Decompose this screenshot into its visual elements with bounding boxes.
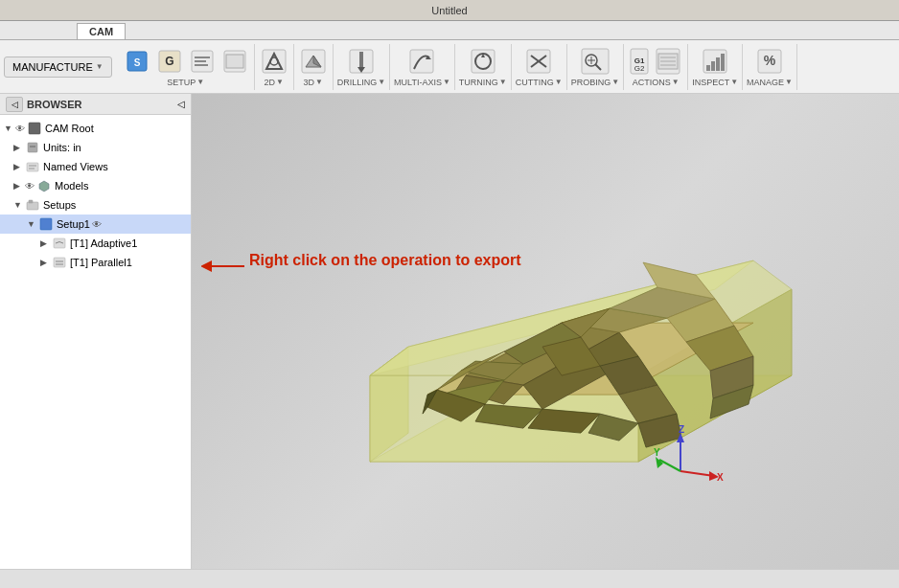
toolbar-section-turning: TURNING ▼ [455,44,512,90]
inspect-icon[interactable] [700,47,730,76]
expand-parallel1[interactable]: ▶ [40,258,52,267]
toolbar-section-drilling: DRILLING ▼ [334,44,390,90]
cutting-label[interactable]: CUTTING ▼ [516,78,563,87]
3d-icon[interactable] [298,47,329,76]
actions-icon-1[interactable]: G1 G2 [628,47,651,76]
tree-item-adaptive1[interactable]: ▶ [T1] Adaptive1 [0,234,191,253]
multiaxis-label[interactable]: MULTI-AXIS ▼ [394,78,450,87]
setup-label[interactable]: SETUP ▼ [167,78,204,87]
svg-marker-94 [656,457,663,468]
expand-setup1[interactable]: ▼ [27,219,38,229]
svg-rect-51 [29,200,33,203]
3d-label[interactable]: 3D ▼ [303,78,322,87]
tree-item-setups[interactable]: ▼ Setups [0,195,191,215]
turning-icon[interactable] [468,47,498,76]
label-setup1: Setup1 [57,218,90,230]
setup-icon-3[interactable] [187,47,218,76]
3d-icons [298,47,329,76]
eye-cam-root[interactable]: 👁 [15,124,25,134]
eye-models[interactable]: 👁 [25,181,35,192]
model-svg [312,184,849,509]
svg-text:G2: G2 [634,64,645,73]
expand-named-views[interactable]: ▶ [13,162,25,171]
svg-rect-50 [27,202,38,210]
toolbar-section-actions: G1 G2 ACTIONS ▼ [624,44,688,90]
svg-rect-37 [706,65,710,71]
setup-icon-2[interactable]: G [154,47,185,76]
svg-text:Z: Z [679,424,684,435]
setup-icon-1[interactable]: S [122,47,152,76]
label-adaptive1: [T1] Adaptive1 [70,237,137,249]
icon-adaptive1 [52,236,67,251]
viewport-background: Right click on the operation to export X [192,94,899,569]
expand-cam-root[interactable]: ▼ [4,124,15,133]
svg-text:S: S [133,57,140,68]
manufacture-button[interactable]: MANUFACTURE ▼ [4,57,112,78]
svg-rect-54 [54,258,65,267]
tree-item-cam-root[interactable]: ▼ 👁 CAM Root [0,119,191,138]
3d-model [312,184,849,511]
browser-panel: ◁ BROWSER ◁ ▼ 👁 CAM Root ▶ Units: in [0,94,192,569]
toolbar-section-multiaxis: MULTI-AXIS ▼ [390,44,455,90]
turning-icons [468,47,498,76]
drilling-icons [346,47,377,76]
label-setups: Setups [43,199,76,211]
setup-icon-4[interactable] [219,47,250,76]
svg-text:X: X [717,472,724,483]
2d-label[interactable]: 2D ▼ [264,78,283,87]
drilling-icon[interactable] [346,47,377,76]
toolbar-section-manage: % MANAGE ▼ [743,44,797,90]
turning-label[interactable]: TURNING ▼ [459,78,507,87]
actions-icon-2[interactable] [653,47,683,76]
expand-units[interactable]: ▶ [13,143,25,152]
manage-label[interactable]: MANAGE ▼ [747,78,793,87]
tree-item-setup1[interactable]: ▼ Setup1 👁 [0,215,191,234]
actions-icons: G1 G2 [628,47,683,76]
tree-item-models[interactable]: ▶ 👁 Models [0,176,191,195]
svg-text:Y: Y [654,447,660,458]
collapse-button[interactable]: ◁ [177,99,185,109]
svg-line-91 [680,471,714,476]
toolbar-section-3d: 3D ▼ [294,44,334,90]
tab-cam[interactable]: CAM [77,23,126,39]
tree-item-units[interactable]: ▶ Units: in [0,138,191,157]
back-button[interactable]: ◁ [6,97,23,112]
label-units: Units: in [43,142,81,153]
drilling-label[interactable]: DRILLING ▼ [337,78,385,87]
svg-rect-39 [716,57,720,71]
toolbar-section-cutting: CUTTING ▼ [512,44,567,90]
probing-icons [580,47,611,76]
manufacture-chevron: ▼ [96,62,104,71]
svg-rect-53 [54,238,65,248]
tree-item-parallel1[interactable]: ▶ [T1] Parallel1 [0,253,191,272]
expand-setups[interactable]: ▼ [13,200,25,210]
svg-line-93 [659,460,680,471]
axis-indicator: X Y Z [652,423,728,492]
inspect-label[interactable]: INSPECT ▼ [692,78,738,87]
annotation-arrow-svg [201,257,249,276]
svg-rect-40 [721,54,725,71]
svg-rect-6 [195,60,206,62]
svg-text:%: % [764,53,776,68]
probing-icon[interactable] [580,47,611,76]
title-text: Untitled [431,5,467,16]
browser-label: BROWSER [27,99,81,110]
cutting-icon[interactable] [523,47,554,76]
toolbar-section-inspect: INSPECT ▼ [688,44,743,90]
icon-parallel1 [52,255,67,270]
viewport[interactable]: Right click on the operation to export X [192,94,899,569]
tree-item-named-views[interactable]: ▶ Named Views [0,157,191,176]
multiaxis-icon[interactable] [406,47,437,76]
probing-label[interactable]: PROBING ▼ [571,78,619,87]
actions-label[interactable]: ACTIONS ▼ [633,78,680,87]
2d-icon[interactable] [259,47,289,76]
eye-setup1[interactable]: 👁 [92,219,102,230]
expand-models[interactable]: ▶ [13,181,25,191]
annotation: Right click on the operation to export [249,252,521,269]
manage-icon[interactable]: % [754,47,785,76]
icon-named-views [25,159,40,174]
svg-rect-14 [359,52,363,67]
expand-adaptive1[interactable]: ▶ [40,238,52,248]
svg-rect-5 [195,57,210,58]
setup-icons: S G [122,47,250,76]
